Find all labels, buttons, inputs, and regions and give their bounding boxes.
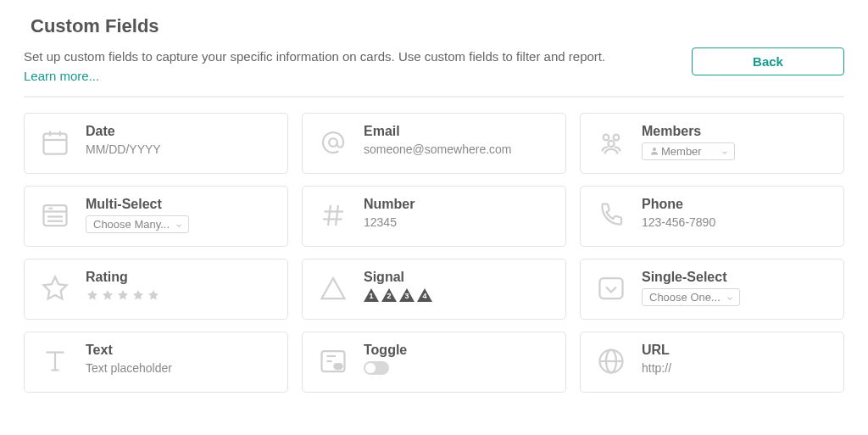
- field-title: URL: [642, 343, 830, 358]
- field-title: Email: [364, 124, 552, 139]
- page-intro: Set up custom fields to capture your spe…: [24, 47, 605, 67]
- field-title: Date: [86, 124, 274, 139]
- field-title: Toggle: [364, 343, 552, 358]
- multi-select-dropdown[interactable]: Choose Many...: [86, 215, 189, 233]
- toggle-icon: [316, 344, 350, 378]
- field-card-phone[interactable]: Phone 123-456-7890: [580, 186, 844, 247]
- svg-marker-20: [103, 290, 113, 300]
- svg-point-4: [329, 138, 337, 147]
- field-example: 123-456-7890: [642, 215, 830, 229]
- back-button[interactable]: Back: [692, 47, 844, 75]
- svg-marker-18: [44, 276, 67, 298]
- phone-icon: [594, 198, 628, 232]
- person-icon: [649, 146, 659, 156]
- field-title: Text: [86, 343, 274, 358]
- svg-marker-24: [322, 278, 345, 298]
- rating-stars: [86, 288, 274, 302]
- single-select-dropdown[interactable]: Choose One...: [642, 288, 740, 306]
- select-label: Member: [661, 145, 702, 158]
- toggle-switch: [364, 361, 389, 375]
- svg-point-6: [614, 134, 620, 140]
- page-title: Custom Fields: [31, 15, 844, 37]
- star-icon: [38, 271, 72, 305]
- chevron-down-icon: [721, 147, 729, 155]
- field-card-email[interactable]: Email someone@somewhere.com: [302, 113, 566, 174]
- field-card-rating[interactable]: Rating: [24, 259, 288, 320]
- field-example: 12345: [364, 215, 552, 229]
- field-title: Number: [364, 197, 552, 212]
- text-icon: [38, 344, 72, 378]
- field-title: Signal: [364, 270, 552, 285]
- field-title: Members: [642, 124, 830, 139]
- field-card-members[interactable]: Members Member: [580, 113, 844, 174]
- divider: [24, 96, 844, 98]
- field-example: http://: [642, 361, 830, 375]
- multiselect-icon: [38, 198, 72, 232]
- field-card-number[interactable]: Number 12345: [302, 186, 566, 247]
- field-type-grid: Date MM/DD/YYYY Email someone@somewhere.…: [24, 113, 844, 393]
- svg-line-16: [328, 205, 331, 226]
- field-example: Text placeholder: [86, 361, 274, 375]
- signal-levels: 1 2 3 4: [364, 288, 552, 302]
- hash-icon: [316, 198, 350, 232]
- select-label: Choose One...: [649, 291, 721, 304]
- calendar-icon: [38, 125, 72, 159]
- people-icon: [594, 125, 628, 159]
- field-card-url[interactable]: URL http://: [580, 332, 844, 393]
- field-title: Phone: [642, 197, 830, 212]
- field-example: MM/DD/YYYY: [86, 142, 274, 156]
- svg-point-7: [608, 140, 614, 146]
- learn-more-link[interactable]: Learn more...: [24, 69, 99, 83]
- chevron-down-icon: [726, 293, 734, 301]
- at-sign-icon: [316, 125, 350, 159]
- field-card-toggle[interactable]: Toggle: [302, 332, 566, 393]
- dropdown-icon: [594, 271, 628, 305]
- svg-rect-0: [44, 133, 67, 153]
- svg-marker-21: [118, 290, 128, 300]
- field-title: Single-Select: [642, 270, 830, 285]
- field-card-signal[interactable]: Signal 1 2 3 4: [302, 259, 566, 320]
- svg-rect-25: [600, 278, 623, 298]
- svg-line-17: [336, 205, 338, 226]
- triangle-icon: [316, 271, 350, 305]
- field-card-date[interactable]: Date MM/DD/YYYY: [24, 113, 288, 174]
- member-select[interactable]: Member: [642, 142, 735, 160]
- field-title: Rating: [86, 270, 274, 285]
- chevron-down-icon: [175, 220, 183, 228]
- svg-rect-9: [44, 205, 67, 226]
- select-label: Choose Many...: [93, 218, 170, 231]
- svg-marker-19: [87, 290, 97, 300]
- svg-marker-23: [148, 290, 159, 300]
- field-example: someone@somewhere.com: [364, 142, 552, 156]
- svg-point-8: [653, 148, 656, 151]
- svg-marker-22: [133, 290, 143, 300]
- field-title: Multi-Select: [86, 197, 274, 212]
- svg-point-5: [604, 134, 609, 140]
- field-card-single-select[interactable]: Single-Select Choose One...: [580, 259, 844, 320]
- svg-rect-32: [335, 364, 342, 369]
- field-card-text[interactable]: Text Text placeholder: [24, 332, 288, 393]
- field-card-multi-select[interactable]: Multi-Select Choose Many...: [24, 186, 288, 247]
- globe-icon: [594, 344, 628, 378]
